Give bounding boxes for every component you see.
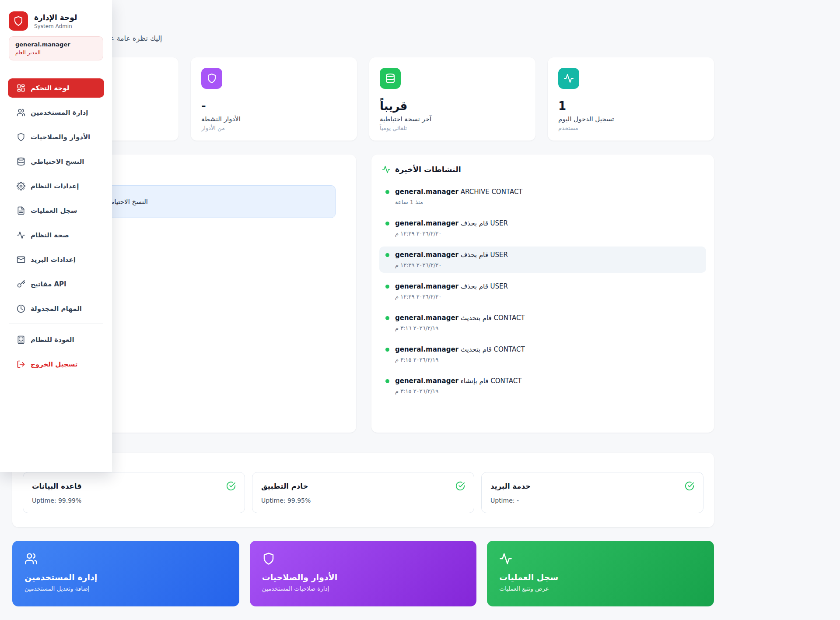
service-name: خادم التطبيق xyxy=(261,482,308,490)
activity-content: general.manager قام بتحديث CONTACT٢٠٢٦/٢… xyxy=(395,345,525,363)
quick-action-title: إدارة المستخدمين xyxy=(24,572,227,582)
stat-sublabel: مستخدم xyxy=(558,125,704,131)
activity-action: ARCHIVE CONTACT xyxy=(461,188,523,196)
activity-status-dot xyxy=(385,190,389,194)
activity-item[interactable]: general.manager ARCHIVE CONTACTمنذ 1 ساع… xyxy=(379,183,706,210)
activity-text: general.manager قام بحذف USER xyxy=(395,219,508,228)
key-icon xyxy=(17,280,25,289)
sidebar-item-file-text[interactable]: سجل العمليات xyxy=(8,201,104,220)
sidebar-item-building[interactable]: العودة للنظام xyxy=(8,330,104,349)
stats-row: -الأدوار النشطةمن الأدوارقريباًآخر نسخة … xyxy=(12,57,714,141)
logo-row: لوحة الإدارة System Admin xyxy=(9,11,103,31)
sidebar-item-clock[interactable]: المهام المجدولة xyxy=(8,299,104,318)
service-uptime: Uptime: - xyxy=(490,497,694,504)
nav-label: إعدادات البريد xyxy=(31,256,76,264)
quick-action-users[interactable]: إدارة المستخدمينإضافة وتعديل المستخدمين xyxy=(12,541,239,606)
stat-label: تسجيل الدخول اليوم xyxy=(558,115,704,123)
check-circle-icon xyxy=(226,481,236,491)
activity-action: قام بإنشاء CONTACT xyxy=(461,377,522,385)
services-row: قاعدة البياناتUptime: 99.99%خادم التطبيق… xyxy=(23,472,704,513)
activity-icon xyxy=(17,231,25,240)
activity-timestamp: ٢٠٢٦/٢/٢٠ ١٢:٢٩ م xyxy=(395,293,508,300)
service-status-card: قاعدة البياناتUptime: 99.99% xyxy=(23,472,245,513)
sidebar-item-log-out[interactable]: تسجيل الخروج xyxy=(8,355,104,374)
activity-action: قام بتحديث CONTACT xyxy=(461,314,525,322)
activity-pulse-icon xyxy=(382,165,391,174)
sidebar-item-activity[interactable]: صحة النظام xyxy=(8,225,104,245)
service-uptime: Uptime: 99.99% xyxy=(32,497,236,504)
activity-item[interactable]: general.manager قام بتحديث CONTACT٢٠٢٦/٢… xyxy=(379,310,706,336)
sidebar-item-shield[interactable]: الأدوار والصلاحيات xyxy=(8,127,104,147)
activity-text: general.manager قام بإنشاء CONTACT xyxy=(395,377,522,385)
activity-text: general.manager قام بحذف USER xyxy=(395,282,508,291)
activity-icon xyxy=(499,552,512,565)
nav-label: إدارة المستخدمين xyxy=(31,109,88,116)
quick-action-title: سجل العمليات xyxy=(499,572,702,582)
activity-item[interactable]: general.manager قام بحذف USER٢٠٢٦/٢/٢٠ ١… xyxy=(379,247,706,273)
activity-actor: general.manager xyxy=(395,188,458,196)
activity-action: قام بحذف USER xyxy=(461,219,508,227)
sidebar-item-database[interactable]: النسخ الاحتياطي xyxy=(8,152,104,171)
building-icon xyxy=(17,335,25,344)
stat-label: الأدوار النشطة xyxy=(201,115,346,123)
shield-icon xyxy=(17,133,25,141)
activity-action: قام بتحديث CONTACT xyxy=(461,345,525,353)
activity-content: general.manager قام بحذف USER٢٠٢٦/٢/٢٠ ١… xyxy=(395,282,508,300)
activity-status-dot xyxy=(385,285,389,289)
quick-action-activity[interactable]: سجل العملياتعرض وتتبع العمليات xyxy=(487,541,714,606)
quick-action-subtitle: عرض وتتبع العمليات xyxy=(499,585,702,592)
users-icon xyxy=(17,108,25,117)
sidebar-header: لوحة الإدارة System Admin general.manage… xyxy=(0,0,112,60)
sidebar-item-settings[interactable]: إعدادات النظام xyxy=(8,176,104,196)
activity-timestamp: منذ 1 ساعة xyxy=(395,198,523,206)
shield-icon xyxy=(262,552,275,565)
activity-item[interactable]: general.manager قام بتحديث CONTACT٢٠٢٦/٢… xyxy=(379,341,706,367)
activity-item[interactable]: general.manager قام بحذف USER٢٠٢٦/٢/٢٠ ١… xyxy=(379,215,706,241)
service-name: خدمة البريد xyxy=(490,482,531,490)
sidebar-item-mail[interactable]: إعدادات البريد xyxy=(8,250,104,269)
app-title: لوحة الإدارة xyxy=(34,13,77,22)
activity-status-dot xyxy=(385,316,389,320)
activity-timestamp: ٢٠٢٦/٢/٢٠ ١٢:٢٩ م xyxy=(395,261,508,269)
sidebar-item-users[interactable]: إدارة المستخدمين xyxy=(8,103,104,122)
service-ok-check-icon xyxy=(685,481,694,491)
panels-row: النسخ الاحتياطي والتصدير قيد التطوير حال… xyxy=(12,155,714,433)
service-head: خدمة البريد xyxy=(490,481,694,491)
service-head: خادم التطبيق xyxy=(261,481,465,491)
dashboard-icon xyxy=(17,84,25,92)
quick-action-subtitle: إضافة وتعديل المستخدمين xyxy=(24,585,227,592)
nav-label: صحة النظام xyxy=(31,231,69,239)
service-status-card: خادم التطبيقUptime: 99.95% xyxy=(252,472,474,513)
sidebar-footer-nav: العودة للنظامتسجيل الخروج xyxy=(0,325,112,374)
stat-activity-icon-badge xyxy=(558,68,579,89)
nav-label: لوحة التحكم xyxy=(31,84,69,92)
activity-timestamp: ٢٠٢٦/٢/٢٠ ١٢:٢٩ م xyxy=(395,230,508,237)
sidebar-item-key[interactable]: مفاتيح API xyxy=(8,275,104,294)
nav-label: مفاتيح API xyxy=(31,280,66,288)
service-uptime: Uptime: 99.95% xyxy=(261,497,465,504)
logo-text: لوحة الإدارة System Admin xyxy=(34,13,77,29)
activity-action: قام بحذف USER xyxy=(461,251,508,259)
current-user-role: المدير العام xyxy=(15,49,97,56)
recent-activities-panel: النشاطات الأخيرة general.manager ARCHIVE… xyxy=(371,155,714,433)
stat-sublabel: تلقائي يومياً xyxy=(380,125,525,131)
quick-action-subtitle: إدارة صلاحيات المستخدمين xyxy=(262,585,465,592)
activity-text: general.manager قام بتحديث CONTACT xyxy=(395,345,525,354)
stat-card: -الأدوار النشطةمن الأدوار xyxy=(191,57,357,141)
service-ok-check-icon xyxy=(226,481,236,491)
mail-icon xyxy=(17,255,25,264)
quick-action-shield[interactable]: الأدوار والصلاحياتإدارة صلاحيات المستخدم… xyxy=(250,541,477,606)
sidebar-item-dashboard[interactable]: لوحة التحكم xyxy=(8,78,104,98)
activity-item[interactable]: general.manager قام بإنشاء CONTACT٢٠٢٦/٢… xyxy=(379,373,706,399)
activity-icon xyxy=(382,165,391,174)
nav-label: النسخ الاحتياطي xyxy=(31,158,84,166)
activity-status-dot xyxy=(385,348,389,352)
stat-value: 1 xyxy=(558,99,704,113)
activity-timestamp: ٢٠٢٦/٢/١٩ ٣:١٥ م xyxy=(395,388,522,395)
stat-card: 1تسجيل الدخول اليوممستخدم xyxy=(548,57,714,141)
activity-actor: general.manager xyxy=(395,219,458,227)
sidebar-footer-divider xyxy=(9,324,103,324)
service-head: قاعدة البيانات xyxy=(32,481,236,491)
activity-item[interactable]: general.manager قام بحذف USER٢٠٢٦/٢/٢٠ ١… xyxy=(379,278,706,304)
current-user-name: general.manager xyxy=(15,41,97,48)
